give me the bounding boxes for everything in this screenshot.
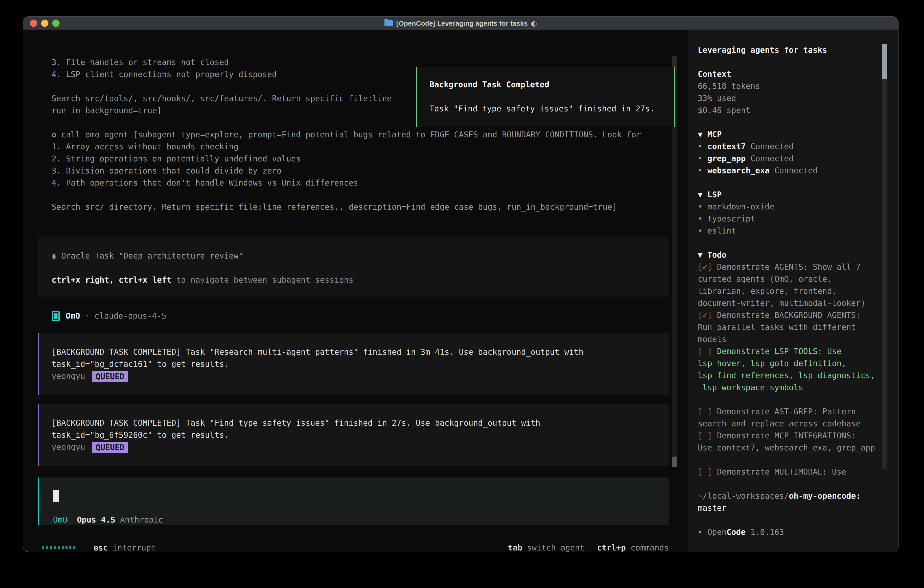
input-meta: OmO Opus 4.5 Anthropic bbox=[53, 514, 163, 526]
sidebar-line: ~/local-workspaces/oh-my-opencode: bbox=[698, 490, 879, 502]
sidebar-line: 33% used bbox=[698, 92, 879, 104]
sidebar-line: Use context7, websearch_exa, grep_app bbox=[698, 442, 879, 454]
sidebar-line: $0.46 spent bbox=[698, 104, 879, 116]
sidebar-line bbox=[698, 116, 879, 129]
terminal-line: 3. Division operations that could divide… bbox=[52, 165, 641, 177]
sidebar-line: • grep_app Connected bbox=[698, 153, 879, 165]
agent-icon bbox=[52, 311, 60, 321]
close-button[interactable] bbox=[30, 20, 37, 27]
terminal-main: 3. File handles or streams not closed4. … bbox=[23, 30, 688, 552]
input-model: Opus 4.5 bbox=[77, 515, 115, 524]
oracle-task-hint: ctrl+x right, ctrl+x left to navigate be… bbox=[52, 274, 669, 286]
statusbar-right: tab switch agent ctrl+p commands bbox=[508, 542, 669, 552]
sidebar-line: document-writer, multimodal-looker) bbox=[698, 297, 879, 309]
sidebar-line: search and replace across codebase bbox=[698, 418, 879, 430]
task-line-2: task_id="bg_dcfac161" to get results. bbox=[52, 358, 669, 370]
sidebar-line bbox=[698, 454, 879, 466]
session-busy-icon: ◐ bbox=[531, 17, 537, 29]
hint-text: to navigate between subagent sessions bbox=[172, 275, 353, 284]
oracle-task-title: ◉ Oracle Task "Deep architecture review" bbox=[52, 250, 669, 262]
sidebar-line: models bbox=[698, 333, 879, 345]
interrupt-hint: esc interrupt bbox=[94, 542, 156, 552]
sidebar-scrollbar-thumb[interactable] bbox=[882, 44, 887, 79]
sidebar-content: Leveraging agents for tasksContext66,518… bbox=[698, 44, 879, 538]
background-task-block: [BACKGROUND TASK COMPLETED] Task "Resear… bbox=[38, 333, 669, 395]
status-badge: QUEUED bbox=[92, 371, 128, 382]
commands-hint: ctrl+p commands bbox=[597, 542, 669, 552]
sidebar-line: • websearch_exa Connected bbox=[698, 165, 879, 177]
app-window: [OpenCode] Leveraging agents for tasks ◐… bbox=[23, 17, 899, 552]
sidebar-line bbox=[698, 177, 879, 189]
sidebar-line: • OpenCode 1.0.163 bbox=[698, 526, 879, 538]
window-title-group: [OpenCode] Leveraging agents for tasks ◐ bbox=[384, 17, 537, 29]
terminal-line bbox=[52, 189, 641, 201]
hint-key: ctrl+x right, bbox=[52, 275, 114, 284]
sidebar-line: [ ] Demonstrate MCP INTEGRATIONS: bbox=[698, 430, 879, 442]
sidebar: Leveraging agents for tasksContext66,518… bbox=[688, 30, 898, 552]
sidebar-line: librarian, explore, frontend, bbox=[698, 285, 879, 297]
task-author: yeongyu bbox=[52, 372, 85, 381]
notification-title: Background Task Completed bbox=[429, 79, 674, 91]
terminal-line: 4. Path operations that don't handle Win… bbox=[52, 177, 641, 189]
sidebar-line bbox=[698, 393, 879, 406]
sidebar-line bbox=[698, 237, 879, 249]
agent-header: OmO · claude-opus-4-5 bbox=[52, 310, 167, 322]
screen: [OpenCode] Leveraging agents for tasks ◐… bbox=[0, 0, 924, 588]
statusbar: esc interrupt tab switch agent ctrl+p co… bbox=[38, 542, 669, 552]
task-line-1: [BACKGROUND TASK COMPLETED] Task "Find t… bbox=[52, 417, 669, 429]
prompt-input[interactable]: OmO Opus 4.5 Anthropic bbox=[38, 477, 669, 525]
sidebar-line: master bbox=[698, 502, 879, 514]
hint-key: ctrl+x left bbox=[119, 275, 172, 284]
statusbar-left: esc interrupt bbox=[42, 542, 156, 552]
sidebar-line: • context7 Connected bbox=[698, 140, 879, 153]
sidebar-line: Context bbox=[698, 68, 879, 80]
sidebar-line: curated agents (OmO, oracle, bbox=[698, 273, 879, 285]
sidebar-line: [ ] Demonstrate AST-GREP: Pattern bbox=[698, 406, 879, 418]
sidebar-line: Leveraging agents for tasks bbox=[698, 44, 879, 56]
sidebar-line: • markdown-oxide bbox=[698, 201, 879, 213]
task-line-1: [BACKGROUND TASK COMPLETED] Task "Resear… bbox=[52, 346, 669, 358]
sidebar-line: • typescript bbox=[698, 213, 879, 225]
oracle-task-panel: ◉ Oracle Task "Deep architecture review"… bbox=[38, 237, 669, 297]
notification-body: Task "Find type safety issues" finished … bbox=[429, 103, 674, 115]
sidebar-line: [ ] Demonstrate MULTIMODAL: Use bbox=[698, 466, 879, 478]
agent-model: claude-opus-4-5 bbox=[94, 310, 166, 322]
input-agent: OmO bbox=[53, 515, 67, 524]
sidebar-line: Run parallel tasks with different bbox=[698, 321, 879, 333]
sidebar-line bbox=[698, 56, 879, 68]
spinner bbox=[42, 547, 75, 549]
terminal-line: ⚙ call_omo_agent [subagent_type=explore,… bbox=[52, 129, 641, 141]
sidebar-line: 66,518 tokens bbox=[698, 80, 879, 92]
agent-name: OmO bbox=[66, 310, 80, 322]
text-cursor bbox=[53, 490, 59, 502]
terminal-line: 2. String operations on potentially unde… bbox=[52, 153, 641, 165]
window-title: [OpenCode] Leveraging agents for tasks bbox=[396, 17, 528, 29]
sidebar-scrollbar-track[interactable] bbox=[882, 79, 887, 469]
terminal-line: Search src/ directory. Return specific f… bbox=[52, 201, 641, 213]
sidebar-line bbox=[698, 478, 879, 490]
main-scrollbar-cap bbox=[672, 56, 677, 68]
notification-toast: Background Task Completed Task "Find typ… bbox=[416, 67, 675, 127]
main-scrollbar-thumb[interactable] bbox=[672, 457, 677, 467]
task-author: yeongyu bbox=[52, 443, 85, 452]
switch-agent-hint: tab switch agent bbox=[508, 542, 584, 552]
separator-dot: · bbox=[80, 310, 94, 322]
task-meta: yeongyuQUEUED bbox=[52, 441, 669, 453]
sidebar-line: lsp_find_references, lsp_diagnostics, bbox=[698, 370, 879, 382]
minimize-button[interactable] bbox=[41, 20, 48, 27]
sidebar-line: [ ] Demonstrate LSP TOOLS: Use bbox=[698, 345, 879, 357]
sidebar-line: lsp_hover, lsp_goto_definition, bbox=[698, 357, 879, 370]
folder-icon bbox=[384, 20, 393, 26]
sidebar-line: ▼ LSP bbox=[698, 189, 879, 201]
sidebar-line: ▼ Todo bbox=[698, 249, 879, 261]
traffic-lights bbox=[30, 20, 59, 27]
titlebar: [OpenCode] Leveraging agents for tasks ◐ bbox=[23, 17, 898, 30]
sidebar-line: [✓] Demonstrate BACKGROUND AGENTS: bbox=[698, 309, 879, 321]
zoom-button[interactable] bbox=[52, 20, 59, 27]
input-provider: Anthropic bbox=[120, 515, 163, 524]
terminal-line: 1. Array access without bounds checking bbox=[52, 141, 641, 153]
sidebar-line: ▼ MCP bbox=[698, 129, 879, 140]
sidebar-line: lsp_workspace_symbols bbox=[698, 382, 879, 393]
terminal-line: 3. File handles or streams not closed bbox=[52, 56, 641, 68]
task-meta: yeongyuQUEUED bbox=[52, 370, 669, 382]
